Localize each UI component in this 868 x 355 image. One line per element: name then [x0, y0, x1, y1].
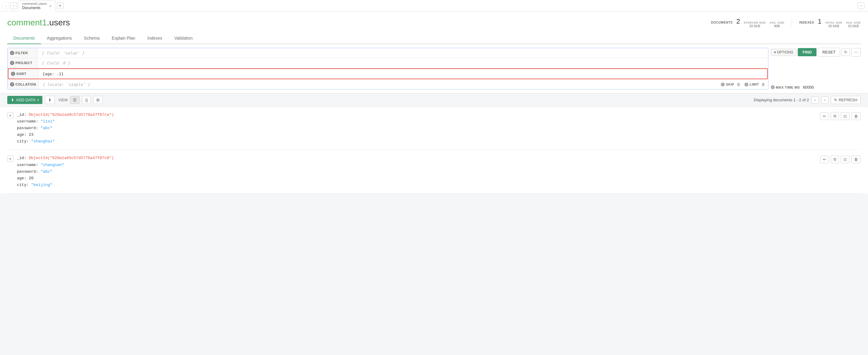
- main-content: comment1.users DOCUMENTS 2 STORAGE SIZE …: [0, 11, 868, 44]
- skip-icon: i: [721, 82, 725, 86]
- doc-field-username: username: "lisi": [17, 118, 816, 125]
- filter-input[interactable]: { field: 'value' }: [38, 49, 768, 57]
- query-buttons-row: ▾ OPTIONS FIND RESET ↻ ···: [771, 48, 861, 57]
- toolbar-right: Displaying documents 1 - 2 of 2 ‹ › ↻ RE…: [105, 96, 861, 104]
- doc-field-id: _id: ObjectId("620a1a65c57d5770a47f87c8"…: [17, 155, 816, 162]
- storage-size-value: 20.5KB: [749, 24, 760, 28]
- stat-divider: [792, 18, 792, 27]
- max-time-group: i MAX TIME MS 60000: [771, 85, 814, 90]
- project-label-group: i PROJECT: [7, 58, 38, 68]
- document-list: ▸ _id: ObjectId("620a1ad9c57d5770a47f87c…: [0, 107, 868, 193]
- stats-bar: DOCUMENTS 2 STORAGE SIZE 20.5KB AVG. SIZ…: [711, 17, 861, 28]
- add-data-button[interactable]: ⬇ ADD DATA ▾: [7, 96, 42, 104]
- refresh-button[interactable]: ↻ REFRESH: [831, 96, 861, 104]
- query-section: i FILTER { field: 'value' } i PROJECT { …: [0, 44, 868, 94]
- doc-delete-button[interactable]: 🗑: [851, 156, 861, 163]
- project-icon: i: [10, 61, 14, 65]
- tab-bar: ‹ › comment1.users Documents × + ›: [0, 0, 868, 11]
- add-data-label: ADD DATA: [16, 98, 35, 102]
- doc-content: _id: ObjectId("620a1a65c57d5770a47f87c8"…: [17, 155, 816, 188]
- total-size-label: TOTAL SIZE: [825, 21, 842, 24]
- page-next-button[interactable]: ›: [821, 97, 828, 104]
- tab-schema[interactable]: Schema: [78, 33, 105, 44]
- doc-field-password: password: "abc": [17, 169, 816, 175]
- nav-tabs: Documents Aggregations Schema Explain Pl…: [7, 33, 861, 44]
- sort-value: {age: -1}: [42, 72, 64, 76]
- documents-stat-label: DOCUMENTS: [711, 21, 733, 24]
- json-view-button[interactable]: {}: [82, 96, 91, 104]
- documents-stat: DOCUMENTS 2 STORAGE SIZE 20.5KB AVG. SIZ…: [711, 17, 784, 28]
- doc-field-city: city: "beijing": [17, 182, 816, 188]
- tab-forward-button[interactable]: ›: [10, 2, 17, 9]
- avg-size-stat: AVG. SIZE 90B: [770, 21, 784, 28]
- refresh-label: REFRESH: [839, 98, 858, 102]
- query-bar: i FILTER { field: 'value' } i PROJECT { …: [7, 48, 768, 90]
- doc-expand-button[interactable]: ▸: [7, 155, 13, 162]
- tab-documents[interactable]: Documents: [7, 33, 41, 44]
- export-button[interactable]: ⬇: [45, 96, 55, 104]
- tab-back-button[interactable]: ‹: [2, 2, 9, 9]
- collation-input[interactable]: { locale: 'simple' }: [39, 81, 717, 88]
- doc-expand-button[interactable]: ▸: [7, 112, 13, 118]
- doc-field-city: city: "shanghai": [17, 138, 816, 145]
- table-view-button[interactable]: ⊞: [93, 96, 103, 104]
- sort-input[interactable]: {age: -1}: [39, 70, 767, 77]
- toolbar: ⬇ ADD DATA ▾ ⬇ VIEW ☰ {} ⊞ Displaying do…: [0, 94, 868, 107]
- doc-clone-button[interactable]: ⊡: [841, 112, 849, 120]
- tab-collection-label: comment1.users: [22, 2, 46, 6]
- table-row: ▸ _id: ObjectId("620a1ad9c57d5770a47f87c…: [7, 107, 861, 150]
- sort-label-group: i SORT: [8, 69, 39, 79]
- doc-field-age: age: 23: [17, 132, 816, 138]
- doc-edit-button[interactable]: ✏: [820, 112, 829, 120]
- filter-row: i FILTER { field: 'value' }: [7, 48, 768, 58]
- doc-copy-button[interactable]: ⧉: [831, 155, 839, 163]
- project-input[interactable]: { field: 0 }: [38, 60, 768, 67]
- more-options-button[interactable]: ···: [851, 48, 861, 57]
- documents-sub-stats: STORAGE SIZE 20.5KB: [744, 21, 766, 28]
- find-button[interactable]: FIND: [798, 48, 816, 56]
- collation-label-group: i COLLATION: [7, 79, 39, 89]
- doc-field-id: _id: ObjectId("620a1ad9c57d5770a47f87ca"…: [17, 112, 816, 118]
- skip-label: SKIP: [726, 82, 735, 86]
- project-placeholder: { field: 0 }: [41, 61, 70, 65]
- doc-edit-button[interactable]: ✏: [820, 156, 829, 163]
- refresh-icon: ↻: [834, 98, 837, 102]
- documents-stat-value: 2: [736, 17, 740, 25]
- tab-nav-right-button[interactable]: ›: [858, 2, 864, 9]
- indexes-stat: INDEXES 1 TOTAL SIZE 20.5KB AVG. SIZE 20…: [799, 17, 861, 28]
- doc-field-age: age: 20: [17, 175, 816, 182]
- query-top-actions: ▾ OPTIONS FIND RESET ↻ ···: [771, 48, 861, 57]
- query-right-controls: i SKIP 0 i LIMIT 0: [717, 82, 768, 87]
- list-view-button[interactable]: ☰: [70, 96, 80, 104]
- doc-copy-button[interactable]: ⧉: [831, 112, 839, 120]
- page-prev-button[interactable]: ‹: [811, 97, 818, 104]
- tab-aggregations[interactable]: Aggregations: [41, 33, 78, 44]
- collation-label: COLLATION: [16, 82, 36, 86]
- new-tab-button[interactable]: +: [57, 2, 64, 9]
- doc-clone-button[interactable]: ⊡: [841, 156, 849, 163]
- filter-placeholder: { field: 'value' }: [41, 51, 84, 55]
- storage-size-label: STORAGE SIZE: [744, 21, 766, 24]
- reset-button[interactable]: RESET: [818, 48, 840, 57]
- active-tab[interactable]: comment1.users Documents ×: [18, 1, 56, 11]
- tab-explain-plan[interactable]: Explain Plan: [106, 33, 142, 44]
- collation-icon: i: [10, 82, 14, 86]
- tab-page-label: Documents: [22, 6, 46, 10]
- max-time-value: 60000: [803, 85, 814, 90]
- doc-delete-button[interactable]: 🗑: [851, 112, 861, 120]
- table-row: ▸ _id: ObjectId("620a1a65c57d5770a47f87c…: [7, 150, 861, 193]
- max-time-icon: i: [771, 85, 775, 89]
- tab-indexes[interactable]: Indexes: [142, 33, 168, 44]
- sort-icon: i: [11, 72, 15, 76]
- avg-size-value: 90B: [774, 24, 780, 28]
- options-button[interactable]: ▾ OPTIONS: [771, 49, 797, 56]
- doc-content: _id: ObjectId("620a1ad9c57d5770a47f87ca"…: [17, 112, 816, 145]
- doc-field-password: password: "abc": [17, 125, 816, 132]
- limit-label: LIMIT: [750, 82, 759, 86]
- sort-row: i SORT {age: -1}: [8, 68, 768, 79]
- limit-icon: i: [744, 82, 748, 86]
- tab-close-button[interactable]: ×: [49, 4, 52, 8]
- tab-validation[interactable]: Validation: [168, 33, 199, 44]
- doc-field-username: username: "zhangsan": [17, 162, 816, 169]
- history-button[interactable]: ↻: [841, 48, 850, 56]
